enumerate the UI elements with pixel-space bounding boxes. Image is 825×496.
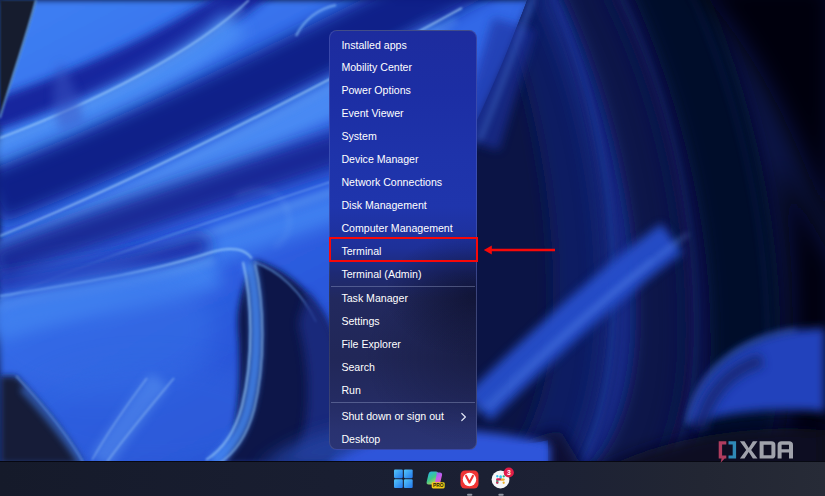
svg-text:3: 3 (507, 469, 511, 476)
svg-text:PRO: PRO (433, 483, 444, 488)
